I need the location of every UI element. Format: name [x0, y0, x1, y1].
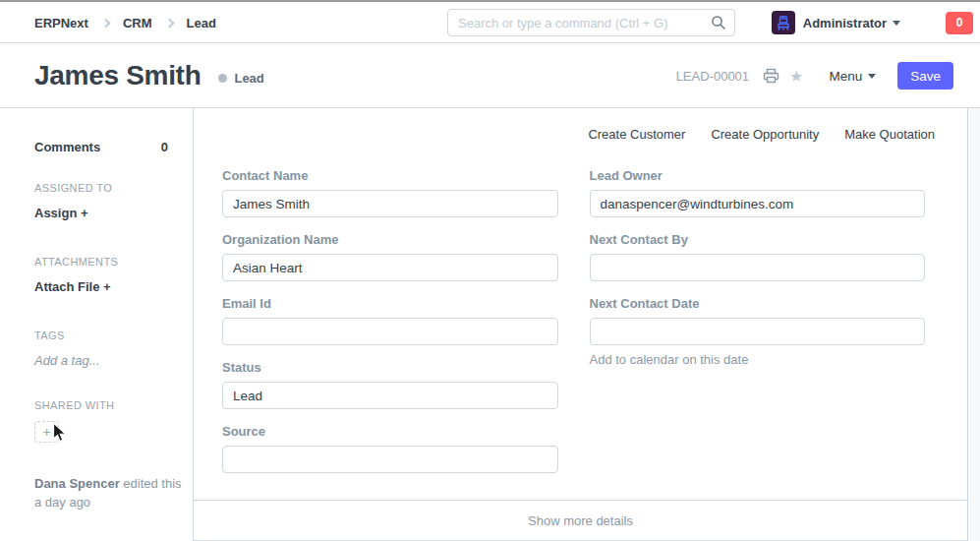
- breadcrumb-erpnext[interactable]: ERPNext: [34, 16, 88, 30]
- next-contact-date-input[interactable]: [590, 318, 926, 345]
- page-title: James Smith: [34, 60, 201, 91]
- assign-link[interactable]: Assign +: [34, 206, 171, 220]
- print-button[interactable]: [763, 68, 779, 84]
- last-modified-note: Dana Spencer edited this a day ago: [34, 475, 182, 512]
- breadcrumb-crm[interactable]: CRM: [123, 16, 152, 30]
- form-column-right: Lead Owner Next Contact By Next Contact …: [590, 168, 926, 500]
- navbar: ERPNext CRM Lead Administrator 0: [0, 2, 980, 43]
- search-icon[interactable]: [711, 15, 726, 30]
- field-label: Next Contact By: [590, 232, 926, 247]
- tags-heading: TAGS: [34, 330, 171, 341]
- user-avatar[interactable]: [772, 11, 795, 34]
- page-head: James Smith Lead LEAD-00001 ★ Menu Save: [0, 43, 980, 108]
- show-more-details-button[interactable]: Show more details: [194, 500, 967, 541]
- field-label: Next Contact Date: [590, 296, 926, 311]
- breadcrumb: ERPNext CRM Lead: [34, 2, 216, 43]
- field-label: Status: [222, 360, 558, 375]
- contact-name-input[interactable]: [222, 190, 558, 217]
- field-label: Email Id: [222, 296, 558, 311]
- robot-avatar-icon: [776, 15, 791, 30]
- field-label: Lead Owner: [590, 168, 926, 183]
- create-customer-button[interactable]: Create Customer: [588, 127, 685, 142]
- user-menu[interactable]: Administrator: [803, 16, 887, 30]
- search-input[interactable]: [458, 16, 711, 30]
- content: Comments 0 ASSIGNED TO Assign + ATTACHME…: [0, 108, 980, 541]
- lead-owner-input[interactable]: [590, 190, 926, 217]
- form-fields: Contact Name Organization Name Email Id …: [194, 142, 967, 500]
- status-indicator: Lead: [218, 71, 263, 86]
- navbar-right: Administrator 0: [772, 2, 973, 43]
- form-column-left: Contact Name Organization Name Email Id …: [222, 168, 558, 500]
- attach-file-link[interactable]: Attach File +: [34, 279, 171, 294]
- comments-label: Comments: [34, 140, 100, 154]
- assigned-to-heading: ASSIGNED TO: [34, 182, 171, 194]
- form-main-section: Create Customer Create Opportunity Make …: [194, 108, 968, 541]
- menu-button[interactable]: Menu: [829, 69, 876, 84]
- page-background: [968, 108, 980, 541]
- chevron-down-icon: [893, 21, 900, 26]
- field-label: Contact Name: [222, 168, 558, 183]
- sidebar-item-comments[interactable]: Comments 0: [34, 140, 168, 154]
- field-next-contact-date: Next Contact Date Add to calendar on thi…: [590, 296, 926, 367]
- status-label: Lead: [234, 71, 263, 86]
- favorite-star-icon[interactable]: ★: [789, 67, 803, 86]
- next-contact-by-input[interactable]: [590, 254, 926, 281]
- status-select[interactable]: [222, 382, 558, 409]
- field-lead-owner: Lead Owner: [590, 168, 926, 217]
- global-search[interactable]: [447, 9, 735, 36]
- field-status: Status: [222, 360, 558, 409]
- source-input[interactable]: [222, 446, 558, 473]
- page-head-actions: LEAD-00001 ★ Menu Save: [676, 43, 953, 108]
- form-toolbar: Create Customer Create Opportunity Make …: [194, 108, 967, 142]
- field-organization-name: Organization Name: [222, 232, 558, 281]
- field-label: Source: [222, 424, 558, 439]
- shared-with-heading: SHARED WITH: [34, 399, 171, 411]
- field-contact-name: Contact Name: [222, 168, 558, 217]
- field-source: Source: [222, 424, 558, 473]
- create-opportunity-button[interactable]: Create Opportunity: [711, 127, 819, 142]
- field-next-contact-by: Next Contact By: [590, 232, 926, 281]
- attachments-heading: ATTACHMENTS: [34, 256, 171, 268]
- chevron-down-icon: [868, 74, 876, 79]
- comments-count: 0: [161, 140, 168, 154]
- form-sidebar: Comments 0 ASSIGNED TO Assign + ATTACHME…: [0, 108, 194, 541]
- document-id: LEAD-00001: [676, 69, 749, 84]
- chevron-right-icon: [164, 19, 174, 29]
- add-tag-input[interactable]: Add a tag...: [34, 353, 171, 368]
- notification-badge[interactable]: 0: [946, 12, 973, 34]
- make-quotation-button[interactable]: Make Quotation: [844, 127, 935, 142]
- field-label: Organization Name: [222, 232, 558, 247]
- share-add-button[interactable]: +: [34, 421, 59, 443]
- status-dot-icon: [218, 74, 227, 83]
- menu-label: Menu: [829, 69, 862, 84]
- printer-icon: [763, 68, 779, 84]
- save-button[interactable]: Save: [897, 62, 953, 90]
- modified-by-user: Dana Spencer: [34, 476, 120, 491]
- field-email-id: Email Id: [222, 296, 558, 345]
- organization-name-input[interactable]: [222, 254, 558, 281]
- chevron-right-icon: [100, 19, 110, 29]
- breadcrumb-lead[interactable]: Lead: [187, 16, 216, 30]
- email-id-input[interactable]: [222, 318, 558, 345]
- field-help-text: Add to calendar on this date: [590, 352, 926, 367]
